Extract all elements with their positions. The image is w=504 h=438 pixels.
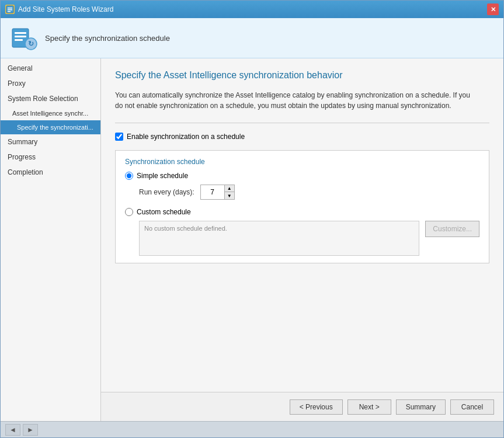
svg-text:↻: ↻ [28, 40, 34, 48]
spinner-up-button[interactable]: ▲ [225, 185, 234, 192]
content-inner: Specify the Asset Intelligence synchroni… [101, 58, 503, 392]
schedule-section: Synchronization schedule Simple schedule… [115, 150, 489, 263]
run-every-label: Run every (days): [139, 188, 194, 196]
sidebar: General Proxy System Role Selection Asse… [1, 58, 101, 421]
divider [115, 123, 489, 123]
run-every-row: Run every (days): ▲ ▼ [139, 185, 479, 200]
footer: < Previous Next > Summary Cancel [101, 392, 503, 421]
customize-button[interactable]: Customize... [425, 221, 479, 237]
days-input[interactable] [201, 185, 224, 199]
custom-schedule-label[interactable]: Custom schedule [137, 208, 191, 216]
days-spinner: ▲ ▼ [200, 185, 235, 200]
title-bar: Add Site System Roles Wizard ✕ [1, 1, 503, 18]
sidebar-item-completion[interactable]: Completion [1, 165, 100, 180]
page-title: Specify the Asset Intelligence synchroni… [115, 70, 489, 81]
previous-button[interactable]: < Previous [290, 399, 343, 415]
sync-schedule-label: Synchronization schedule [125, 158, 479, 166]
sidebar-item-asset-intelligence[interactable]: Asset Intelligence synchr... [1, 106, 100, 120]
svg-rect-6 [15, 36, 26, 37]
close-button[interactable]: ✕ [487, 4, 499, 15]
taskbar-left-arrow[interactable]: ◄ [5, 424, 20, 436]
sidebar-item-proxy[interactable]: Proxy [1, 76, 100, 91]
sidebar-item-general[interactable]: General [1, 61, 100, 76]
sidebar-item-system-role-selection[interactable]: System Role Selection [1, 91, 100, 106]
enable-sync-row: Enable synchronization on a schedule [115, 133, 489, 141]
svg-rect-7 [15, 39, 23, 41]
header-subtitle: Specify the synchronization schedule [45, 34, 170, 43]
window-icon [5, 5, 15, 14]
description-text: You can automatically synchronize the As… [115, 90, 477, 111]
header-strip: ↻ Specify the synchronization schedule [1, 18, 503, 58]
custom-schedule-row: Custom schedule [125, 208, 479, 216]
main-content: General Proxy System Role Selection Asse… [1, 58, 503, 421]
sidebar-item-specify-sync[interactable]: Specify the synchronizati... [1, 120, 100, 134]
simple-schedule-label[interactable]: Simple schedule [137, 172, 188, 180]
title-bar-left: Add Site System Roles Wizard [5, 5, 113, 14]
svg-rect-5 [15, 32, 26, 34]
enable-sync-label[interactable]: Enable synchronization on a schedule [127, 133, 245, 141]
spinner-buttons: ▲ ▼ [224, 185, 234, 199]
content-area: Specify the Asset Intelligence synchroni… [101, 58, 503, 421]
simple-schedule-row: Simple schedule [125, 172, 479, 180]
cancel-button[interactable]: Cancel [450, 399, 494, 415]
simple-schedule-radio[interactable] [125, 172, 133, 180]
main-window: Add Site System Roles Wizard ✕ ↻ Specify… [0, 0, 504, 438]
spinner-down-button[interactable]: ▼ [225, 192, 234, 199]
svg-rect-2 [8, 9, 12, 11]
next-button[interactable]: Next > [347, 399, 391, 415]
custom-schedule-area: No custom schedule defined. Customize... [139, 221, 479, 256]
taskbar-right-arrow[interactable]: ► [23, 424, 38, 436]
taskbar: ◄ ► [1, 421, 503, 437]
enable-sync-checkbox[interactable] [115, 133, 123, 141]
custom-schedule-radio[interactable] [125, 208, 133, 216]
svg-rect-1 [8, 8, 12, 9]
custom-schedule-textbox: No custom schedule defined. [139, 221, 419, 256]
sidebar-item-summary[interactable]: Summary [1, 134, 100, 150]
summary-button[interactable]: Summary [396, 399, 446, 415]
no-custom-text: No custom schedule defined. [144, 225, 227, 232]
window-title: Add Site System Roles Wizard [18, 5, 113, 13]
svg-rect-3 [8, 11, 11, 12]
header-icon: ↻ [10, 24, 38, 52]
sidebar-item-progress[interactable]: Progress [1, 150, 100, 165]
